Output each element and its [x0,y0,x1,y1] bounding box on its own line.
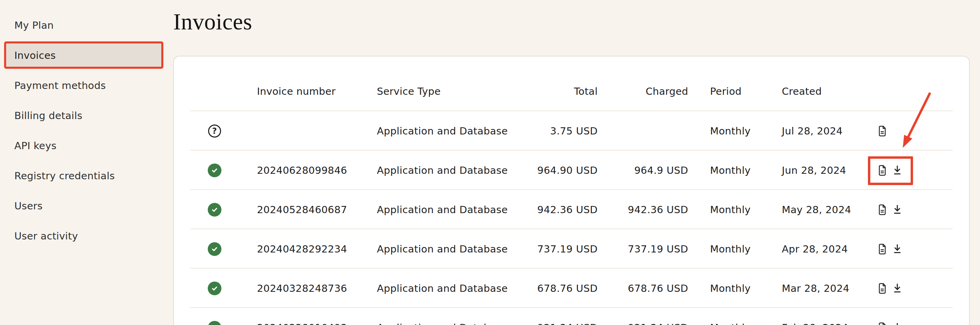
service-type-cell: Application and Database [377,204,531,216]
invoice-actions-cell [873,150,954,190]
annotation-box-row-actions [868,156,913,185]
created-cell: Jun 28, 2024 [770,165,873,176]
sidebar-item-api-keys[interactable]: API keys [4,132,163,159]
charged-cell: 678.76 USD [598,283,688,294]
header-service-type: Service Type [377,85,531,98]
service-type-cell: Application and Database [377,243,531,255]
invoice-status-cell: ? [190,125,239,138]
question-glyph: ? [212,127,217,135]
service-type-cell: Application and Database [377,165,531,176]
sidebar-item-label: Invoices [14,50,56,61]
view-invoice-button[interactable] [877,322,888,325]
sidebar-item-users[interactable]: Users [4,192,163,219]
total-cell: 942.36 USD [531,204,598,216]
invoice-actions-cell [873,229,954,269]
invoice-actions-cell [873,111,954,150]
invoice-actions-cell [873,269,954,308]
created-cell: Jul 28, 2024 [770,125,873,137]
file-icon [877,125,888,137]
header-period: Period [688,85,770,98]
view-invoice-button[interactable] [877,243,888,255]
invoices-card: Invoice number Service Type Total Charge… [173,56,970,325]
view-invoice-button[interactable] [877,204,888,216]
invoice-number-cell: 20240628099846 [239,165,377,176]
period-cell: Monthly [688,204,770,216]
billing-sidebar: My Plan Invoices Payment methods Billing… [0,0,173,325]
sidebar-item-invoices[interactable]: Invoices [4,42,163,69]
download-icon [892,243,902,255]
invoice-table-row: ? 20240528460687 Application and Databas… [190,189,953,229]
invoice-actions-cell [873,190,954,229]
invoice-table-row: ? 20240428292234 Application and Databas… [190,229,953,268]
file-icon [877,243,888,255]
period-cell: Monthly [688,243,770,255]
total-cell: 678.76 USD [531,283,598,294]
period-cell: Monthly [688,283,770,294]
view-invoice-button[interactable] [877,283,888,294]
invoice-table: Invoice number Service Type Total Charge… [190,56,953,325]
sidebar-item-label: API keys [14,140,56,152]
total-cell: 3.75 USD [531,125,598,137]
invoice-actions-cell [873,308,954,325]
download-invoice-button[interactable] [892,243,902,255]
view-invoice-button[interactable] [877,125,888,137]
total-cell: 737.19 USD [531,243,598,255]
charged-cell: 921.34 USD [598,322,688,325]
sidebar-item-registry-credentials[interactable]: Registry credentials [4,162,163,189]
invoice-table-row: ? 20240628099846 Application and Databas… [190,150,953,189]
view-invoice-button[interactable] [877,165,888,176]
download-icon [892,322,902,325]
created-cell: Apr 28, 2024 [770,243,873,255]
file-icon [877,322,888,325]
sidebar-item-label: Registry credentials [14,170,115,182]
invoice-table-body: ? Application and Database 3.75 USD Mont… [190,110,953,325]
status-pending-question-icon[interactable]: ? [208,125,221,138]
download-invoice-button[interactable] [892,322,902,325]
invoice-table-row: ? 20240228010493 Application and Databas… [190,307,953,325]
invoice-table-row: ? 20240328248736 Application and Databas… [190,268,953,307]
file-icon [877,165,888,176]
status-paid-check-icon [208,242,221,256]
invoice-number-cell: 20240328248736 [239,283,377,294]
sidebar-item-my-plan[interactable]: My Plan [4,12,163,38]
service-type-cell: Application and Database [377,283,531,294]
sidebar-item-label: Payment methods [14,80,106,91]
download-invoice-button[interactable] [892,283,902,294]
download-invoice-button[interactable] [892,165,902,176]
created-cell: May 28, 2024 [770,204,873,216]
sidebar-item-user-activity[interactable]: User activity [4,223,163,250]
invoice-status-cell: ? [190,242,239,256]
file-icon [877,283,888,294]
sidebar-nav: My Plan Invoices Payment methods Billing… [0,12,173,250]
invoice-number-cell: 20240228010493 [239,322,377,325]
total-cell: 921.34 USD [531,322,598,325]
sidebar-item-label: Users [14,200,43,212]
status-paid-check-icon [208,163,221,177]
charged-cell: 964.9 USD [598,165,688,176]
invoice-status-cell: ? [190,282,239,295]
sidebar-item-billing-details[interactable]: Billing details [4,102,163,129]
sidebar-item-payment-methods[interactable]: Payment methods [4,72,163,99]
invoice-number-cell: 20240528460687 [239,204,377,216]
invoice-status-cell: ? [190,321,239,325]
period-cell: Monthly [688,125,770,137]
status-paid-check-icon [208,321,221,325]
header-created: Created [770,85,873,98]
invoice-table-row: ? Application and Database 3.75 USD Mont… [190,110,953,150]
header-invoice-number: Invoice number [239,85,377,98]
created-cell: Feb 28, 2024 [770,322,873,325]
charged-cell: 737.19 USD [598,243,688,255]
invoice-number-cell: 20240428292234 [239,243,377,255]
status-paid-check-icon [208,282,221,295]
total-cell: 964.90 USD [531,165,598,176]
download-invoice-button[interactable] [892,204,902,216]
sidebar-item-label: My Plan [14,19,54,31]
invoice-table-header: Invoice number Service Type Total Charge… [190,56,953,110]
page-title: Invoices [173,10,252,33]
header-total: Total [531,85,598,98]
sidebar-item-label: Billing details [14,110,82,122]
download-icon [892,165,902,176]
charged-cell: 942.36 USD [598,204,688,216]
service-type-cell: Application and Database [377,125,531,137]
period-cell: Monthly [688,322,770,325]
